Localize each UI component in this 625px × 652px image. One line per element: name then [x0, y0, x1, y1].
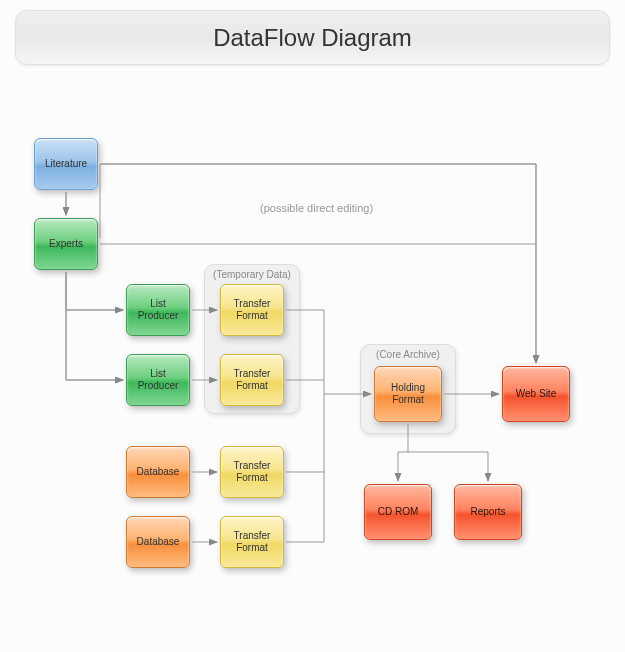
node-holding-format: Holding Format: [374, 366, 442, 422]
node-reports: Reports: [454, 484, 522, 540]
node-cd-rom: CD ROM: [364, 484, 432, 540]
node-transfer-format-1: Transfer Format: [220, 284, 284, 336]
annotation-direct-editing: (possible direct editing): [260, 202, 373, 214]
arrows: [0, 0, 625, 652]
diagram-title: DataFlow Diagram: [15, 10, 610, 65]
node-transfer-format-4: Transfer Format: [220, 516, 284, 568]
node-list-producer-1: List Producer: [126, 284, 190, 336]
node-experts: Experts: [34, 218, 98, 270]
group-temporary-data-label: (Temporary Data): [205, 269, 299, 280]
node-database-2: Database: [126, 516, 190, 568]
node-transfer-format-2: Transfer Format: [220, 354, 284, 406]
node-web-site: Web Site: [502, 366, 570, 422]
arrows-layer: [0, 0, 625, 652]
node-database-1: Database: [126, 446, 190, 498]
node-transfer-format-3: Transfer Format: [220, 446, 284, 498]
node-list-producer-2: List Producer: [126, 354, 190, 406]
node-literature: Literature: [34, 138, 98, 190]
group-core-archive-label: (Core Archive): [361, 349, 455, 360]
